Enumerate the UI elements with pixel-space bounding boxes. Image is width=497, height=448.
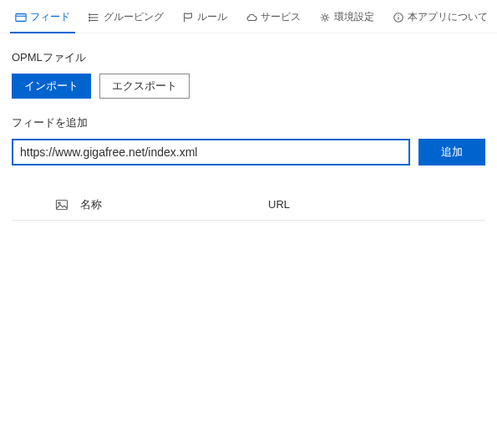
feed-url-input[interactable] bbox=[12, 139, 410, 165]
tab-label: グルーピング bbox=[104, 10, 164, 24]
export-button-label: エクスポート bbox=[112, 79, 177, 94]
tab-preferences[interactable]: 環境設定 bbox=[314, 5, 379, 33]
gear-icon bbox=[319, 12, 331, 23]
svg-point-13 bbox=[58, 201, 60, 203]
tab-feed[interactable]: フィード bbox=[10, 5, 75, 33]
add-button[interactable]: 追加 bbox=[418, 139, 485, 165]
column-name-header: 名称 bbox=[80, 197, 268, 212]
svg-point-7 bbox=[89, 19, 90, 20]
tab-label: 本アプリについて bbox=[408, 10, 488, 24]
svg-point-6 bbox=[89, 17, 90, 18]
feed-table-header: 名称 URL bbox=[12, 189, 485, 221]
svg-point-11 bbox=[398, 14, 398, 15]
add-button-label: 追加 bbox=[441, 145, 463, 160]
tab-grouping[interactable]: グルーピング bbox=[84, 5, 169, 33]
tab-services[interactable]: サービス bbox=[241, 5, 306, 33]
feed-icon bbox=[15, 12, 27, 23]
opml-section-label: OPMLファイル bbox=[12, 50, 485, 65]
add-feed-section-label: フィードを追加 bbox=[12, 115, 485, 130]
tab-label: 環境設定 bbox=[334, 10, 374, 24]
flag-icon bbox=[182, 12, 194, 23]
svg-rect-0 bbox=[16, 13, 26, 21]
info-icon bbox=[393, 12, 404, 23]
tab-label: ルール bbox=[197, 10, 227, 24]
list-icon bbox=[89, 12, 100, 23]
tab-bar: フィード グルーピング ルー bbox=[0, 0, 497, 33]
svg-point-5 bbox=[89, 13, 90, 14]
svg-rect-12 bbox=[57, 200, 68, 209]
cloud-icon bbox=[246, 12, 257, 23]
import-button-label: インポート bbox=[24, 79, 79, 94]
tab-label: フィード bbox=[30, 10, 70, 24]
svg-point-8 bbox=[323, 15, 327, 18]
export-button[interactable]: エクスポート bbox=[99, 74, 190, 99]
import-button[interactable]: インポート bbox=[12, 74, 91, 99]
image-column-icon bbox=[55, 198, 80, 211]
tab-label: サービス bbox=[261, 10, 301, 24]
column-url-header: URL bbox=[268, 198, 485, 211]
tab-about[interactable]: 本アプリについて bbox=[388, 5, 493, 33]
tab-rules[interactable]: ルール bbox=[177, 5, 232, 33]
